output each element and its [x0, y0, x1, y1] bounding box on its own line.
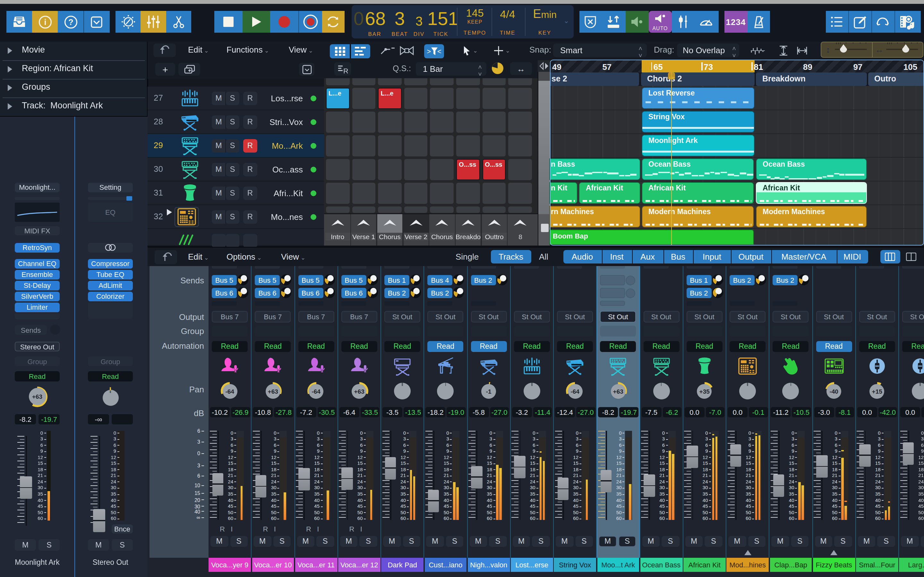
svg-text:?: ? [68, 17, 73, 27]
svg-text:R: R [343, 67, 348, 73]
svg-text:i: i [44, 17, 46, 27]
